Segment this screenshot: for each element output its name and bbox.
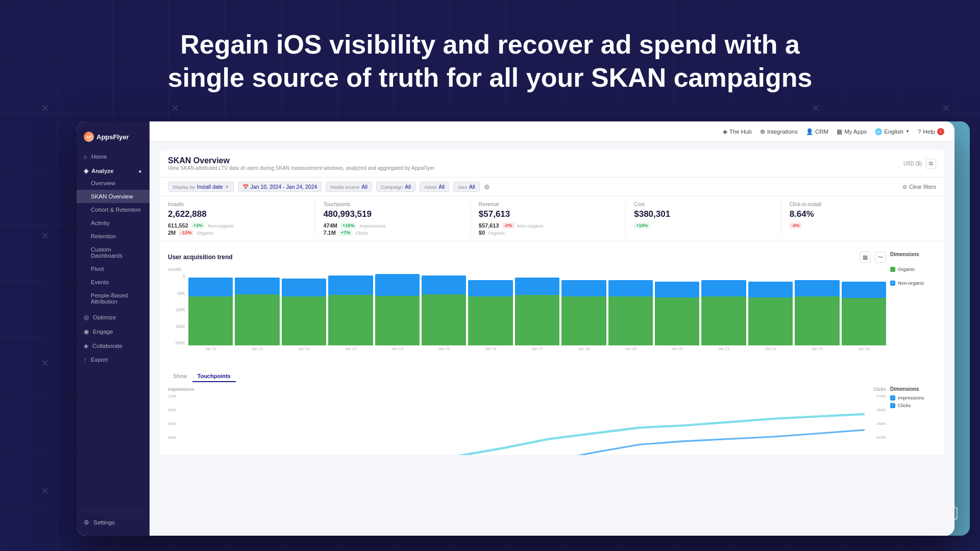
sidebar-item-events[interactable]: Events (77, 276, 150, 289)
filter-campaign[interactable]: Campaign All (376, 182, 415, 192)
decoration-icon (929, 498, 960, 529)
dim-clicks: Clicks (890, 403, 936, 408)
impressions-checkbox[interactable] (890, 395, 895, 400)
lc-label: 600K (866, 435, 886, 440)
nav-help[interactable]: ? Help 1 (918, 128, 944, 135)
nav-language[interactable]: 🌐 English ▼ (875, 128, 910, 135)
metric-cost: Cost $380,301 +10% (634, 202, 781, 236)
nav-integrations-label: Integrations (767, 129, 798, 135)
sidebar-item-people-attribution[interactable]: People-Based Attribution (77, 289, 150, 308)
bar-group (701, 274, 746, 345)
tab-touchpoints[interactable]: Touchpoints (192, 371, 236, 382)
bar-view-button[interactable]: ▦ (860, 252, 871, 263)
cti-badge: -3% (790, 222, 802, 229)
bar-x-label: Jan 14 (375, 346, 420, 356)
bar-x-label: Jan 12 (282, 346, 326, 356)
bar-chart: 200K 150K 100K 50K 0 Jan 10Jan 11Jan 12J… (168, 274, 886, 356)
currency-label: USD ($) (903, 161, 922, 166)
clear-icon: ⊘ (902, 184, 907, 190)
lc-label: 36M (168, 421, 187, 426)
y-label: 150K (168, 324, 187, 329)
metric-cti-main: 8.64% (790, 209, 928, 219)
sidebar-item-pivot[interactable]: Pivot (77, 262, 150, 276)
sidebar-skan-label: SKAN Overview (91, 193, 133, 199)
metric-cti-title: Click-to-install (790, 202, 928, 207)
sidebar-item-cohort[interactable]: Cohort & Retention (77, 203, 150, 216)
clear-filters-button[interactable]: ⊘ Clear filters (902, 184, 936, 190)
clicks-checkbox[interactable] (890, 403, 895, 408)
sidebar-item-home[interactable]: ⌂ Home (77, 150, 150, 163)
filter-adset[interactable]: Adset All (420, 182, 449, 192)
sidebar-collaborate-label: Collaborate (92, 343, 122, 349)
sidebar-item-custom-dashboards[interactable]: Custom Dashboards (77, 243, 150, 262)
sidebar-section-analyze[interactable]: ◈ Analyze ▲ (77, 163, 150, 177)
page-title: SKAN Overview (168, 156, 434, 165)
sidebar-engage-label: Engage (93, 329, 113, 335)
hub-icon: ◈ (723, 128, 727, 135)
language-icon: 🌐 (875, 128, 882, 135)
bar-group (375, 274, 420, 345)
touchpoints-impressions-val: 474M (323, 222, 337, 229)
sidebar-item-retention[interactable]: Retention (77, 230, 150, 243)
nav-language-label: English (884, 129, 903, 135)
filter-geo[interactable]: Geo All (453, 182, 480, 192)
add-filter-button[interactable]: ⊕ (484, 183, 490, 191)
bar-segment-green (561, 296, 606, 345)
bar-segment-green (842, 298, 886, 345)
bar-x-label: Jan 19 (608, 346, 653, 356)
adset-label: Adset (424, 184, 436, 190)
sidebar-item-overview[interactable]: Overview (77, 177, 150, 190)
bar-segment-green (515, 295, 559, 345)
tab-show[interactable]: Show (168, 371, 192, 382)
legend-nonorganic: Non-organic (890, 280, 936, 286)
bottom-dimensions-title: Dimensions (890, 386, 936, 392)
bar-segment-blue (701, 280, 746, 296)
bar-chart-inner (188, 274, 886, 345)
sidebar-item-home-label: Home (91, 154, 107, 160)
bar-chart-main: User acquisition trend ▦ 〜 Installs (168, 252, 886, 356)
sidebar-cohort-label: Cohort & Retention (91, 207, 141, 213)
sidebar-analyze-label: Analyze (91, 168, 113, 174)
bar-chart-section: User acquisition trend ▦ 〜 Installs (160, 245, 944, 362)
nav-integrations[interactable]: ⊕ Integrations (760, 128, 798, 135)
nonorganic-checkbox[interactable] (890, 281, 895, 286)
bar-x-label: Jan 17 (515, 346, 559, 356)
installs-organic-label: Organic (197, 230, 213, 236)
filter-media-source[interactable]: Media source All (326, 182, 372, 192)
display-by-value: Install date (197, 184, 223, 190)
sidebar-people-attr-label: People-Based Attribution (91, 292, 142, 305)
bar-x-label: Jan 11 (235, 346, 279, 356)
touchpoints-impressions-badge: +16% (340, 222, 356, 229)
sidebar-item-activity[interactable]: Activity (77, 216, 150, 230)
touchpoints-clicks-badge: +7% (339, 230, 352, 236)
filter-display-by[interactable]: Display by Install date ▼ (168, 182, 234, 192)
metric-installs-main: 2,622,888 (168, 209, 306, 219)
calendar-icon: 📅 (242, 184, 249, 190)
installs-nonorganic-label: Non-organic (208, 223, 234, 229)
filter-dates[interactable]: 📅 Jan 10, 2024 - Jan 24, 2024 (238, 182, 322, 192)
impressions-axis-label: Impressions (168, 386, 194, 392)
sidebar-item-export[interactable]: ↑ Export (77, 353, 150, 366)
bar-segment-blue (468, 280, 512, 296)
sidebar-item-skan-overview[interactable]: SKAN Overview (77, 190, 150, 203)
chevron-down-icon: ▼ (905, 129, 910, 134)
nav-hub[interactable]: ◈ The Hub (723, 128, 752, 135)
copy-button[interactable]: ⧉ (926, 159, 936, 169)
sidebar-item-optimize[interactable]: ◎ Optimize (77, 310, 150, 324)
line-chart: 48M 36M 24M 12M 600K 480K 360K 240K (168, 394, 886, 450)
sidebar-item-collaborate[interactable]: ◈ Collaborate (77, 339, 150, 353)
bar-chart-title: User acquisition trend (168, 254, 233, 261)
bar-group (422, 274, 466, 345)
revenue-nonorganic-val: $57,613 (479, 222, 499, 229)
geo-label: Geo (458, 184, 467, 190)
nav-myapps[interactable]: ▦ My Apps (837, 128, 867, 135)
line-view-button[interactable]: 〜 (875, 252, 886, 263)
hero-line1: Regain iOS visibility and recover ad spe… (102, 28, 878, 61)
revenue-organic-label: Organic (488, 230, 505, 236)
bar-group (655, 274, 699, 345)
sidebar-item-settings[interactable]: ⚙ Settings (77, 515, 150, 530)
nav-crm[interactable]: 👤 CRM (806, 128, 828, 135)
bar-segment-green (701, 296, 746, 345)
sidebar-item-engage[interactable]: ◉ Engage (77, 324, 150, 339)
metric-touchpoints: Touchpoints 480,993,519 474M +16% Impres… (323, 202, 470, 236)
